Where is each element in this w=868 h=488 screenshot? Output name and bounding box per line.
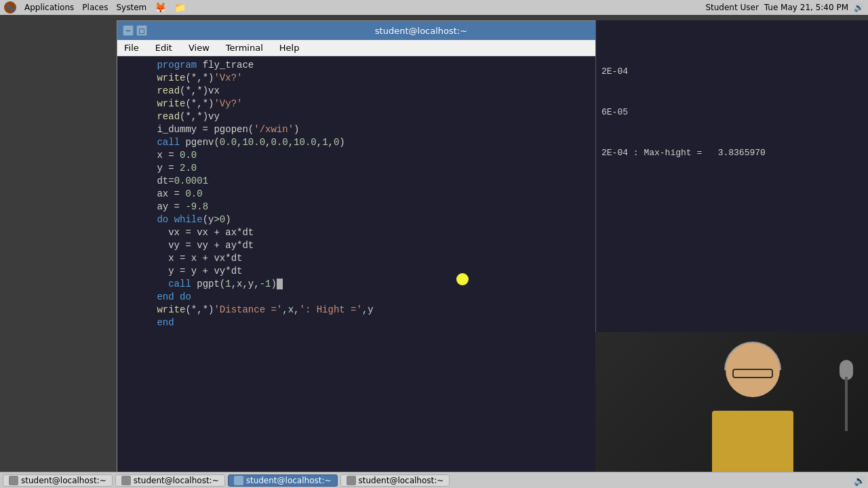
tab-label-3: student@localhost:~ xyxy=(246,476,332,485)
minimize-button[interactable]: − xyxy=(123,25,134,36)
maximize-button[interactable]: □ xyxy=(136,25,147,36)
system-bar: 🐾 Applications Places System 🦊 📁 Student… xyxy=(0,0,868,15)
taskbar: student@localhost:~ student@localhost:~ … xyxy=(0,472,868,488)
window-controls: − □ xyxy=(123,25,147,36)
terminal-icon-1 xyxy=(9,476,18,485)
microphone-stand xyxy=(845,377,848,431)
right-output-text: 2E-04 6E-05 2E-04 : Max-hight = 3.836597… xyxy=(596,20,868,174)
user-label: Student User xyxy=(705,3,758,12)
edit-menu[interactable]: Edit xyxy=(153,41,175,54)
taskbar-tab-3[interactable]: student@localhost:~ xyxy=(228,474,338,487)
file-manager-icon: 📁 xyxy=(174,2,186,13)
file-menu[interactable]: File xyxy=(121,41,142,54)
speaker-icon: 🔊 xyxy=(854,475,865,486)
os-logo-icon: 🐾 xyxy=(4,1,16,14)
system-menu-item[interactable]: System xyxy=(116,3,146,12)
taskbar-tab-2[interactable]: student@localhost:~ xyxy=(115,474,225,487)
tab-label-4: student@localhost:~ xyxy=(359,476,444,485)
output-line-5: 2E-04 : Max-hight = 3.8365970 xyxy=(601,148,766,158)
terminal-icon-3 xyxy=(234,476,243,485)
webcam-panel xyxy=(595,332,868,472)
taskbar-tab-4[interactable]: student@localhost:~ xyxy=(340,474,450,487)
help-menu[interactable]: Help xyxy=(277,41,302,54)
places-menu[interactable]: Places xyxy=(82,3,108,12)
datetime-label: Tue May 21, 5:40 PM xyxy=(764,3,848,12)
view-menu[interactable]: View xyxy=(186,41,212,54)
person-figure xyxy=(678,336,827,472)
terminal-icon-2 xyxy=(121,476,131,485)
right-output-panel: 2E-04 6E-05 2E-04 : Max-hight = 3.836597… xyxy=(595,20,868,373)
tab-label-1: student@localhost:~ xyxy=(21,476,106,485)
output-line-3: 6E-05 xyxy=(601,107,628,117)
terminal-icon-4 xyxy=(347,476,356,485)
system-tray: Student User Tue May 21, 5:40 PM 🔊 xyxy=(705,3,864,12)
tab-label-2: student@localhost:~ xyxy=(134,476,219,485)
webcam-background xyxy=(595,332,868,472)
output-line-1: 2E-04 xyxy=(601,66,628,77)
glasses xyxy=(732,369,773,378)
volume-icon: 🔊 xyxy=(854,3,864,12)
firefox-icon: 🦊 xyxy=(155,2,166,13)
system-menu: Applications Places System 🦊 📁 xyxy=(24,2,697,13)
terminal-menu[interactable]: Terminal xyxy=(223,41,266,54)
person-body xyxy=(712,411,793,472)
taskbar-tab-1[interactable]: student@localhost:~ xyxy=(3,474,113,487)
applications-menu[interactable]: Applications xyxy=(24,3,74,12)
